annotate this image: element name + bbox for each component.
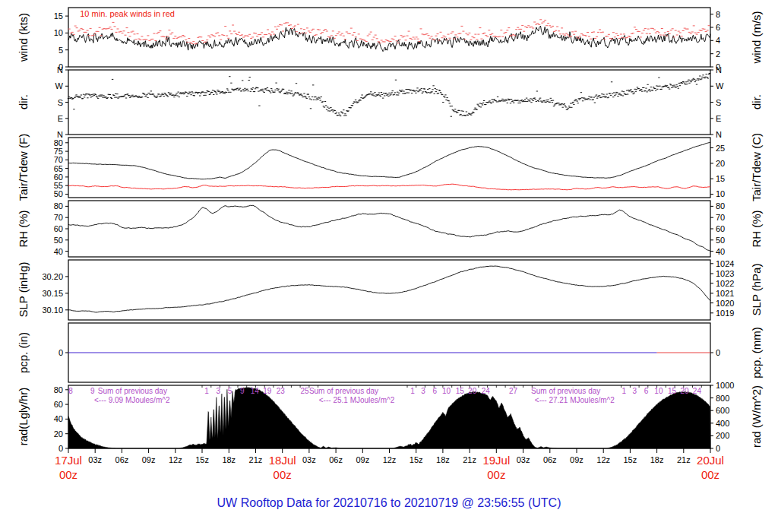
ytick-left-wind: 10 — [54, 28, 63, 37]
ytick-right-rad: 1000 — [716, 381, 734, 390]
ytick-left-dir: W — [55, 81, 64, 90]
ytick-right-slp: 1022 — [716, 279, 734, 288]
panel-frame-dir — [68, 70, 710, 135]
ytick-left-temp: 75 — [54, 147, 63, 156]
ytick-left-rh: 60 — [54, 224, 63, 233]
xtick-hour-label: 15z — [410, 455, 423, 464]
ytick-right-rh: 50 — [716, 236, 725, 245]
panel-frame-rh — [68, 201, 710, 257]
rad-cumulative-number: 9 — [90, 387, 95, 395]
y-label-left-temp: Tair/Tdew (F) — [17, 134, 30, 201]
rad-sum-value: <--- 25.1 MJoules/m^2 — [319, 396, 395, 404]
xtick-date-label: 17Jul — [55, 454, 82, 467]
ytick-right-dir: E — [716, 114, 721, 123]
xtick-hour-label: 09z — [356, 455, 369, 464]
ytick-left-rh: 50 — [54, 236, 63, 245]
ytick-right-rh: 60 — [716, 224, 725, 233]
rad-cumulative-number: 20 — [680, 387, 689, 395]
ytick-left-temp: 55 — [54, 181, 63, 190]
ytick-left-temp: 50 — [54, 189, 63, 198]
ytick-left-rad: 40 — [54, 414, 63, 423]
panel-frame-temp — [68, 138, 710, 198]
y-label-left-pcp: pcp. (in) — [17, 332, 30, 373]
rad-cumulative-number: 3 — [421, 387, 425, 395]
ytick-left-dir: N — [57, 65, 63, 74]
rad-cumulative-number: 5 — [228, 387, 232, 395]
y-label-right-rh: RH (%) — [750, 210, 763, 247]
rad-cumulative-number: 6 — [644, 387, 649, 395]
y-label-left-rad: rad(Lgly/hr) — [17, 388, 30, 446]
xtick-hour-label: 21z — [463, 455, 476, 464]
xtick-hour-label: 03z — [302, 455, 316, 464]
y-label-left-wind: wind (kts) — [17, 13, 30, 62]
series-wind_sustained_kts — [68, 26, 710, 52]
rad-cumulative-number: 20 — [468, 387, 477, 395]
xtick-hour-label: 06z — [115, 455, 129, 464]
ytick-right-wind: 8 — [716, 10, 720, 19]
xtick-hour-label: 21z — [677, 455, 691, 464]
ytick-right-temp: 10 — [716, 189, 725, 198]
panel-frame-slp — [68, 260, 710, 320]
ytick-left-slp: 30.10 — [42, 306, 63, 315]
y-label-left-rh: RH (%) — [17, 210, 30, 247]
series-tdew_f — [68, 184, 710, 190]
ytick-left-temp: 60 — [54, 173, 63, 182]
rad-cumulative-number: 10 — [442, 387, 451, 395]
rad-cumulative-number: 1 — [410, 387, 415, 395]
ytick-left-rad: 80 — [54, 385, 63, 394]
ytick-left-rh: 70 — [54, 213, 63, 222]
series-rh_pct — [68, 205, 710, 251]
xtick-date-label: 00z — [59, 468, 77, 481]
rad-cumulative-number: 3 — [216, 387, 220, 395]
ytick-left-slp: 30.15 — [42, 289, 63, 298]
xtick-hour-label: 18z — [436, 455, 450, 464]
rad-cumulative-number: 6 — [433, 387, 438, 395]
xtick-hour-label: 21z — [249, 455, 263, 464]
xtick-hour-label: 09z — [142, 455, 156, 464]
rad-cumulative-number: 8 — [68, 387, 73, 395]
ytick-right-rh: 80 — [716, 201, 725, 211]
xtick-hour-label: 12z — [383, 455, 397, 464]
rad-sum-value: <--- 27.21 MJoules/m^2 — [535, 396, 615, 404]
rad-sum-label: Sum of previous day — [531, 387, 600, 395]
ytick-marks-slp — [65, 264, 713, 313]
xtick-date-label: 20Jul — [697, 454, 724, 467]
ytick-right-rad: 200 — [716, 431, 729, 440]
xtick-hour-label: 03z — [88, 455, 102, 464]
xtick-hour-label: 15z — [195, 455, 209, 464]
rad-cumulative-number: 24 — [693, 387, 702, 395]
rad-sum-label: Sum of previous day — [98, 387, 167, 395]
ytick-right-slp: 1020 — [716, 299, 734, 308]
xtick-hour-label: 12z — [169, 455, 182, 464]
rad-sum-value: <--- 9.09 MJoules/m^2 — [94, 396, 170, 404]
xtick-hour-label: 06z — [329, 455, 343, 464]
ytick-left-rh: 40 — [54, 247, 63, 256]
x-axis-tick-marks — [68, 448, 710, 453]
rad-cumulative-number: 3 — [632, 387, 637, 395]
ytick-left-rad: 20 — [54, 429, 63, 439]
ytick-right-dir: W — [716, 81, 724, 90]
ytick-right-rh: 70 — [716, 213, 725, 222]
ytick-right-temp: 25 — [716, 144, 725, 153]
rad-cumulative-number: 23 — [277, 387, 286, 395]
rad-cumulative-number: 14 — [251, 387, 260, 395]
ytick-marks-rh — [65, 206, 713, 251]
chart-canvas: 0510150246810 min. peak winds in redNWSE… — [0, 0, 778, 532]
rad-sum-label: Sum of previous day — [309, 387, 378, 395]
y-label-left-dir: dir. — [17, 94, 30, 109]
rad-cumulative-number: 1 — [621, 387, 626, 395]
ytick-left-slp: 30.20 — [42, 272, 63, 281]
ytick-left-temp: 70 — [54, 155, 63, 164]
ytick-right-slp: 1023 — [716, 269, 734, 278]
ytick-right-slp: 1021 — [716, 289, 734, 298]
ytick-right-slp: 1019 — [716, 309, 734, 318]
ytick-right-dir: S — [716, 98, 721, 107]
xtick-hour-label: 09z — [570, 455, 584, 464]
rad-cumulative-number: 27 — [509, 387, 518, 395]
rad-cumulative-number: 9 — [240, 387, 245, 395]
ytick-right-slp: 1024 — [716, 259, 734, 268]
ytick-left-dir: E — [58, 114, 63, 123]
xtick-hour-label: 12z — [596, 455, 610, 464]
ytick-left-temp: 65 — [54, 164, 63, 173]
ytick-left-dir: S — [58, 98, 63, 107]
